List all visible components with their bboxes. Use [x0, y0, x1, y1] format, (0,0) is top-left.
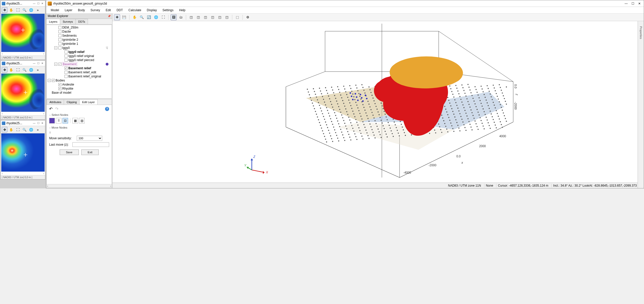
redo-button[interactable]: ↷	[55, 106, 58, 111]
checkbox[interactable]	[58, 34, 61, 37]
checkbox[interactable]	[65, 67, 68, 70]
checkbox[interactable]	[58, 63, 61, 66]
checkbox[interactable]	[65, 71, 68, 74]
tree-basement-relief[interactable]: Basement relief	[68, 66, 91, 70]
select-mode-grid2[interactable]: ▤	[79, 118, 85, 123]
tab-attributes[interactable]: Attributes	[47, 99, 64, 105]
select-mode-solid[interactable]	[49, 118, 55, 123]
vp-box-front[interactable]: ◫	[188, 14, 194, 20]
close-button[interactable]: ✕	[41, 62, 44, 65]
vp-extents-tool[interactable]: ⛶	[160, 14, 166, 20]
menu-survey[interactable]: Survey	[88, 8, 102, 13]
globe-tool[interactable]: 🌐	[28, 127, 34, 132]
checkbox[interactable]	[58, 87, 61, 90]
tree-basement-edit[interactable]: Basement relief_edit	[68, 71, 96, 74]
tab-surveys[interactable]: Surveys	[60, 19, 76, 24]
tree-base[interactable]: Base of model	[52, 91, 71, 94]
zoom-tool[interactable]: 🔍	[22, 127, 27, 132]
save-button[interactable]: Save	[60, 149, 79, 155]
undo-button[interactable]: ↶	[49, 106, 53, 111]
tree-expand-icon[interactable]: −	[54, 63, 57, 66]
close-button[interactable]: ✕	[41, 121, 44, 125]
checkbox[interactable]	[65, 59, 68, 62]
tree-iggy0-relief[interactable]: Iggy0 relief	[68, 50, 84, 54]
maximize-button[interactable]: ☐	[36, 2, 40, 5]
vp-settings-icon[interactable]: ⚙	[245, 14, 251, 20]
vp-pan-tool[interactable]: ✋	[132, 14, 138, 20]
more-icon[interactable]: »	[35, 7, 41, 13]
tab-edit-layer[interactable]: Edit Layer	[79, 99, 98, 105]
vp-pointer-tool[interactable]: ✥	[114, 14, 120, 20]
pan-tool[interactable]: ✋	[8, 127, 14, 132]
menu-model[interactable]: Model	[48, 8, 62, 13]
tree-iggy0[interactable]: Iggy0	[62, 46, 70, 50]
tree-bodies[interactable]: Bodies	[56, 79, 65, 82]
checkbox[interactable]	[58, 38, 61, 41]
select-mode-grid1[interactable]: ▦	[72, 118, 78, 123]
vp-rotate-tool[interactable]: 🔄	[146, 14, 152, 20]
minimize-button[interactable]: —	[32, 121, 36, 125]
zoom-box-tool[interactable]: ⛶	[15, 7, 21, 13]
more-icon[interactable]: »	[35, 67, 41, 73]
minimize-button[interactable]: —	[32, 62, 36, 65]
checkbox[interactable]	[58, 30, 61, 33]
pin-icon[interactable]: 📌	[108, 15, 111, 18]
tree-basement[interactable]: Basement	[62, 62, 77, 66]
menu-calculate[interactable]: Calculate	[126, 8, 144, 13]
checkbox[interactable]	[65, 54, 68, 58]
tree-sediments[interactable]: Sediments	[62, 34, 77, 37]
tab-clipping[interactable]: Clipping	[64, 99, 80, 105]
move-z-icon[interactable]: ↕	[49, 131, 51, 134]
vp-save-icon[interactable]: 💾	[121, 14, 127, 20]
pan-tool[interactable]: ✋	[8, 7, 14, 13]
menu-settings[interactable]: Settings	[160, 8, 176, 13]
vp-box-right[interactable]: ◫	[210, 14, 216, 20]
horizontal-scrollbar[interactable]: ‹›	[47, 184, 112, 188]
tree-expand-icon[interactable]: −	[54, 46, 57, 49]
vp-box-bottom[interactable]: ◫	[224, 14, 230, 20]
close-button[interactable]: ✕	[637, 1, 642, 6]
close-button[interactable]: ✕	[41, 2, 44, 5]
menu-edit[interactable]: Edit	[103, 8, 113, 13]
tree-andesite[interactable]: Andesite	[62, 83, 74, 86]
zoom-box-tool[interactable]: ⛶	[15, 127, 21, 132]
mini-map-3[interactable]	[1, 133, 45, 172]
checkbox[interactable]	[65, 50, 68, 53]
select-mode-sparse[interactable]: ⠿	[56, 118, 61, 123]
checkbox[interactable]	[65, 75, 68, 78]
zoom-box-tool[interactable]: ⛶	[15, 67, 21, 73]
pointer-tool[interactable]: ✥	[2, 7, 7, 13]
properties-tab[interactable]: Properties	[638, 21, 644, 188]
tree-dacite[interactable]: Dacite	[62, 30, 71, 33]
vp-box-back[interactable]: ◫	[195, 14, 201, 20]
layer-tree[interactable]: DEM_250m Dacite Sediments Ignimbrite 2 I…	[46, 25, 112, 99]
tree-expand-icon[interactable]: −	[48, 79, 51, 82]
tree-ign1[interactable]: Ignimbrite 1	[62, 42, 78, 46]
menu-display[interactable]: Display	[144, 8, 159, 13]
maximize-button[interactable]: ☐	[630, 1, 636, 6]
vp-image-tool[interactable]: 🖼	[171, 14, 177, 20]
zoom-tool[interactable]: 🔍	[22, 67, 27, 73]
globe-tool[interactable]: 🌐	[28, 7, 34, 13]
tab-layers[interactable]: Layers	[46, 19, 60, 24]
globe-tool[interactable]: 🌐	[28, 67, 34, 73]
help-icon[interactable]: ?	[105, 107, 109, 111]
vp-iso-view[interactable]: ⬚	[234, 14, 240, 20]
exit-button[interactable]: Exit	[81, 149, 99, 155]
menu-body[interactable]: Body	[75, 8, 87, 13]
pan-tool[interactable]: ✋	[8, 67, 14, 73]
tree-dem[interactable]: DEM_250m	[62, 26, 78, 29]
pointer-tool[interactable]: ✥	[2, 67, 7, 73]
maximize-button[interactable]: ☐	[36, 121, 40, 125]
select-mode-box[interactable]: ⊡	[62, 118, 68, 123]
last-move-input[interactable]	[72, 142, 109, 147]
mini-map-1[interactable]	[1, 14, 45, 52]
tree-ign2[interactable]: Ignimbrite 2	[62, 38, 78, 42]
tab-ddts[interactable]: DDTs	[75, 19, 88, 24]
maximize-button[interactable]: ☐	[36, 62, 40, 65]
zoom-tool[interactable]: 🔍	[22, 7, 27, 13]
minimize-button[interactable]: —	[623, 1, 629, 6]
checkbox[interactable]	[58, 42, 61, 45]
vp-box-top[interactable]: ◫	[217, 14, 223, 20]
checkbox[interactable]	[58, 83, 61, 86]
